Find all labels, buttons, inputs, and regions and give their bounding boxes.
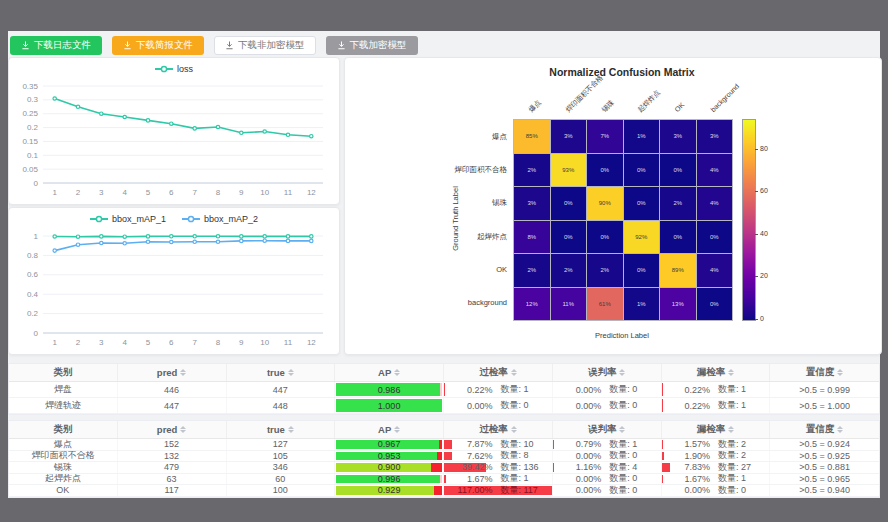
col-header-5[interactable]: 误判率 bbox=[553, 421, 662, 438]
col-header-2[interactable]: true bbox=[227, 421, 336, 438]
rate-cell: 0.00%数量: 0 bbox=[553, 382, 662, 397]
matrix-cell: 92% bbox=[624, 221, 660, 254]
rate-percent: 0.00% bbox=[553, 474, 601, 484]
sort-caret-icon bbox=[180, 369, 186, 376]
col-header-7[interactable]: 置信度 bbox=[770, 421, 879, 438]
metrics-table-2: 类别predtrueAP过检率误判率漏检率置信度爆点1521270.9677.8… bbox=[8, 420, 880, 498]
matrix-cell: 2% bbox=[551, 254, 587, 287]
map-chart-card: bbox_mAP_1bbox_mAP_2 00.20.40.60.8112345… bbox=[8, 207, 340, 355]
col-header-5[interactable]: 误判率 bbox=[553, 364, 662, 381]
sort-caret-icon bbox=[511, 426, 517, 433]
matrix-col-label: 爆点 bbox=[527, 98, 543, 114]
svg-text:0.2: 0.2 bbox=[27, 309, 39, 318]
svg-text:0.05: 0.05 bbox=[22, 165, 38, 174]
true-cell: 447 bbox=[227, 382, 336, 397]
table-row: 焊缝轨迹4474481.0000.00%数量: 00.00%数量: 00.22%… bbox=[9, 398, 879, 414]
loss-chart-legend: loss bbox=[9, 64, 339, 74]
matrix-cell: 2% bbox=[514, 154, 550, 187]
svg-text:0.1: 0.1 bbox=[27, 151, 39, 160]
matrix-cell: 0% bbox=[660, 154, 696, 187]
true-cell: 127 bbox=[227, 439, 336, 450]
matrix-col-label: 锡珠 bbox=[600, 98, 616, 114]
matrix-row-label: 爆点 bbox=[407, 132, 507, 142]
svg-text:0: 0 bbox=[34, 179, 39, 188]
metrics-tables: 类别predtrueAP过检率误判率漏检率置信度焊盘4464470.9860.2… bbox=[8, 363, 880, 498]
rate-percent: 1.90% bbox=[662, 451, 710, 461]
rate-count: 数量: 0 bbox=[601, 399, 660, 412]
svg-text:0.6: 0.6 bbox=[27, 270, 39, 279]
col-header-1[interactable]: pred bbox=[118, 421, 227, 438]
col-header-7[interactable]: 置信度 bbox=[770, 364, 879, 381]
download-encrypted-model-button[interactable]: 下载加密模型 bbox=[326, 36, 418, 55]
ap-cell: 0.967 bbox=[335, 439, 444, 450]
col-header-2[interactable]: true bbox=[227, 364, 336, 381]
loss-chart: 00.050.10.150.20.250.30.3512345678910111… bbox=[11, 78, 337, 200]
download-icon bbox=[123, 41, 132, 50]
svg-text:12: 12 bbox=[307, 188, 316, 197]
pred-cell: 132 bbox=[118, 451, 227, 462]
matrix-cell: 2% bbox=[660, 187, 696, 220]
rate-percent: 7.87% bbox=[444, 439, 492, 449]
rate-percent: 0.00% bbox=[662, 485, 710, 495]
rate-cell: 117.00%数量: 117 bbox=[444, 485, 553, 496]
rate-count: 数量: 2 bbox=[710, 451, 769, 462]
rate-count: 数量: 1 bbox=[492, 383, 551, 396]
col-header-6[interactable]: 漏检率 bbox=[662, 364, 771, 381]
rate-count: 数量: 0 bbox=[710, 485, 769, 496]
svg-text:10: 10 bbox=[260, 338, 269, 347]
ap-cell: 0.986 bbox=[335, 382, 444, 397]
table-row: 爆点1521270.9677.87%数量: 100.79%数量: 11.57%数… bbox=[9, 439, 879, 451]
col-header-3[interactable]: AP bbox=[335, 364, 444, 381]
table-row: 起焊炸点63600.9961.67%数量: 10.00%数量: 01.67%数量… bbox=[9, 474, 879, 486]
matrix-cell: 2% bbox=[514, 254, 550, 287]
svg-text:6: 6 bbox=[169, 188, 174, 197]
legend-item-loss[interactable]: loss bbox=[155, 64, 193, 74]
matrix-col-label: 起焊炸点 bbox=[636, 89, 661, 114]
svg-text:0.2: 0.2 bbox=[27, 123, 39, 132]
svg-text:1: 1 bbox=[52, 188, 57, 197]
svg-text:5: 5 bbox=[146, 188, 151, 197]
download-report-button[interactable]: 下载简报文件 bbox=[112, 36, 204, 55]
matrix-col-label: OK bbox=[673, 101, 686, 114]
col-header-1[interactable]: pred bbox=[118, 364, 227, 381]
rate-cell: 0.00%数量: 0 bbox=[662, 485, 771, 496]
rate-count: 数量: 0 bbox=[492, 399, 551, 412]
true-cell: 346 bbox=[227, 462, 336, 473]
true-cell: 105 bbox=[227, 451, 336, 462]
pred-cell: 447 bbox=[118, 398, 227, 413]
rate-percent: 0.79% bbox=[553, 439, 601, 449]
rate-count: 数量: 0 bbox=[601, 485, 660, 496]
true-cell: 60 bbox=[227, 474, 336, 485]
toolbar: 下载日志文件下载简报文件下载非加密模型下载加密模型 bbox=[10, 35, 418, 55]
matrix-cell: 3% bbox=[514, 187, 550, 220]
download-log-button[interactable]: 下载日志文件 bbox=[10, 36, 102, 55]
button-label: 下载非加密模型 bbox=[238, 39, 305, 52]
confidence-cell: >0.5 = 1.000 bbox=[770, 398, 879, 413]
matrix-cell: 93% bbox=[551, 154, 587, 187]
colorbar-tick bbox=[755, 319, 758, 320]
legend-item-bbox_mAP_1[interactable]: bbox_mAP_1 bbox=[90, 214, 166, 224]
col-header-3[interactable]: AP bbox=[335, 421, 444, 438]
colorbar-tick bbox=[755, 149, 758, 150]
svg-text:8: 8 bbox=[216, 338, 221, 347]
rate-count: 数量: 1 bbox=[601, 439, 660, 450]
col-header-6[interactable]: 漏检率 bbox=[662, 421, 771, 438]
table-row: OK1171000.929117.00%数量: 1170.00%数量: 00.0… bbox=[9, 485, 879, 497]
matrix-cell: 4% bbox=[697, 154, 733, 187]
table-row: 锡珠4793460.90039.42%数量: 1361.16%数量: 47.83… bbox=[9, 462, 879, 474]
rate-cell: 0.00%数量: 0 bbox=[553, 474, 662, 485]
legend-item-bbox_mAP_2[interactable]: bbox_mAP_2 bbox=[182, 214, 258, 224]
svg-text:6: 6 bbox=[169, 338, 174, 347]
col-header-4[interactable]: 过检率 bbox=[444, 364, 553, 381]
download-unencrypted-model-button[interactable]: 下载非加密模型 bbox=[214, 36, 316, 55]
rate-cell: 0.22%数量: 1 bbox=[662, 382, 771, 397]
svg-text:7: 7 bbox=[192, 338, 197, 347]
matrix-cell: 4% bbox=[697, 254, 733, 287]
col-header-4[interactable]: 过检率 bbox=[444, 421, 553, 438]
matrix-cell: 0% bbox=[624, 254, 660, 287]
rate-count: 数量: 27 bbox=[710, 462, 769, 473]
main-content: 下载日志文件下载简报文件下载非加密模型下载加密模型 loss 00.050.10… bbox=[8, 31, 880, 497]
rate-cell: 7.87%数量: 10 bbox=[444, 439, 553, 450]
matrix-xlabel: Prediction Label bbox=[522, 331, 722, 340]
matrix-cell: 11% bbox=[551, 288, 587, 321]
